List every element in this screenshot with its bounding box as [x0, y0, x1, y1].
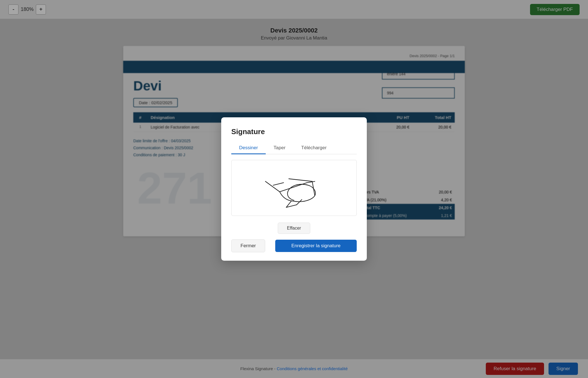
fermer-button[interactable]: Fermer [231, 239, 265, 252]
tab-dessiner[interactable]: Dessiner [231, 142, 266, 154]
modal-title: Signature [231, 127, 357, 136]
signature-drawing [232, 160, 356, 216]
modal-tabs: Dessiner Taper Télécharger [231, 142, 357, 154]
tab-telecharger[interactable]: Télécharger [293, 142, 335, 154]
enregistrer-button[interactable]: Enregistrer la signature [275, 240, 357, 252]
tab-taper[interactable]: Taper [266, 142, 293, 154]
signature-modal: Signature Dessiner Taper Télécharger [221, 117, 367, 261]
modal-actions-top: Effacer [231, 223, 357, 234]
effacer-button[interactable]: Effacer [278, 223, 310, 234]
signature-canvas[interactable] [231, 160, 357, 216]
modal-overlay: Signature Dessiner Taper Télécharger [0, 0, 588, 378]
modal-actions-bottom: Fermer Enregistrer la signature [231, 239, 357, 252]
